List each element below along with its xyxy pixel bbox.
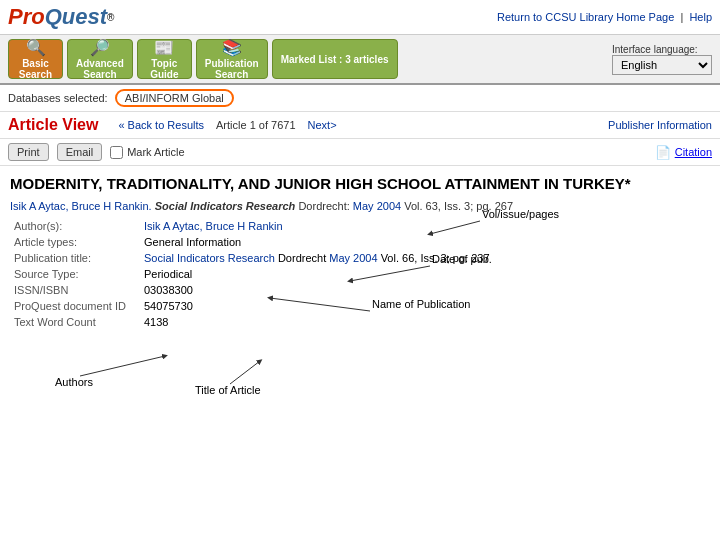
topic-guide-label: Topic Guide (150, 58, 178, 80)
publication-search-btn[interactable]: 📚 Publication Search (196, 39, 268, 79)
word-count-label: Text Word Count (10, 314, 140, 330)
journal-name: Social Indicators Research (155, 200, 296, 212)
article-count: Article 1 of 7671 (216, 119, 296, 131)
issn-value: 03038300 (140, 282, 710, 298)
article-byline: Isik A Aytac, Bruce H Rankin. Social Ind… (10, 200, 710, 212)
mark-article-checkbox[interactable] (110, 146, 123, 159)
meta-row-proquest-id: ProQuest document ID 54075730 (10, 298, 710, 314)
logo-quest: Quest (45, 4, 107, 30)
metadata-table: Author(s): Isik A Aytac, Bruce H Rankin … (10, 218, 710, 330)
header-links: Return to CCSU Library Home Page | Help (497, 11, 712, 23)
authors-value: Isik A Aytac, Bruce H Rankin (140, 218, 710, 234)
citation-icon: 📄 (655, 145, 671, 160)
svg-line-8 (230, 361, 260, 384)
page-header: ProQuest® Return to CCSU Library Home Pa… (0, 0, 720, 35)
mark-article-area: Mark Article (110, 146, 184, 159)
article-view-label: Article View (8, 116, 98, 134)
article-location: Dordrecht: (298, 200, 349, 212)
marked-list-btn[interactable]: Marked List : 3 articles (272, 39, 398, 79)
article-nav: « Back to Results (118, 119, 204, 131)
help-link[interactable]: Help (689, 11, 712, 23)
publication-search-label: Publication Search (205, 58, 259, 80)
byline-author-link[interactable]: Isik A Aytac, Bruce H Rankin. (10, 200, 152, 212)
database-tag: ABI/INFORM Global (115, 89, 234, 107)
logo-reg: ® (107, 12, 114, 23)
citation-area: 📄 Citation (655, 145, 712, 160)
svg-text:Title of Article: Title of Article (195, 384, 261, 396)
return-library-link[interactable]: Return to CCSU Library Home Page (497, 11, 674, 23)
topic-guide-btn[interactable]: 📰 Topic Guide (137, 39, 192, 79)
meta-row-article-types: Article types: General Information (10, 234, 710, 250)
advanced-search-icon: 🔎 (90, 38, 110, 57)
logo-pro: Pro (8, 4, 45, 30)
article-date-link[interactable]: May 2004 (353, 200, 401, 212)
source-type-value: Periodical (140, 266, 710, 282)
meta-row-word-count: Text Word Count 4138 (10, 314, 710, 330)
next-article-link[interactable]: Next> (308, 119, 337, 131)
marked-list-label: Marked List : 3 articles (281, 54, 389, 65)
article-types-value: General Information (140, 234, 710, 250)
database-bar: Databases selected: ABI/INFORM Global (0, 85, 720, 112)
publication-search-icon: 📚 (222, 38, 242, 57)
article-view-header: Article View « Back to Results Article 1… (0, 112, 720, 139)
advanced-search-btn[interactable]: 🔎 Advanced Search (67, 39, 133, 79)
proquest-id-label: ProQuest document ID (10, 298, 140, 314)
proquest-id-value: 54075730 (140, 298, 710, 314)
meta-row-issn: ISSN/ISBN 03038300 (10, 282, 710, 298)
authors-label: Author(s): (10, 218, 140, 234)
authors-link[interactable]: Isik A Aytac, Bruce H Rankin (144, 220, 283, 232)
databases-label: Databases selected: (8, 92, 108, 104)
article-vol-iss: Vol. 63, Iss. 3; (404, 200, 473, 212)
publisher-info-link[interactable]: Publisher Information (608, 119, 712, 131)
interface-language-label: Interface language: (612, 44, 698, 55)
language-area: Interface language: English (612, 44, 712, 75)
pub-vol: Vol. 66, Iss. 3; (381, 252, 450, 264)
word-count-value: 4138 (140, 314, 710, 330)
print-button[interactable]: Print (8, 143, 49, 161)
svg-text:Authors: Authors (55, 376, 93, 388)
svg-line-6 (80, 356, 165, 376)
email-button[interactable]: Email (57, 143, 103, 161)
navbar: 🔍 Basic Search 🔎 Advanced Search 📰 Topic… (0, 35, 720, 85)
meta-row-source-type: Source Type: Periodical (10, 266, 710, 282)
logo: ProQuest® (8, 4, 114, 30)
mark-article-label: Mark Article (127, 146, 184, 158)
pub-title-value: Social Indicators Research Dordrecht May… (140, 250, 710, 266)
article-content-wrapper: MODERNITY, TRADITIONALITY, AND JUNIOR HI… (0, 166, 720, 338)
article-pages: pg. 267 (476, 200, 513, 212)
issn-label: ISSN/ISBN (10, 282, 140, 298)
language-select[interactable]: English (612, 55, 712, 75)
topic-guide-icon: 📰 (154, 38, 174, 57)
meta-row-pub-title: Publication title: Social Indicators Res… (10, 250, 710, 266)
pub-title-label: Publication title: (10, 250, 140, 266)
basic-search-btn[interactable]: 🔍 Basic Search (8, 39, 63, 79)
pub-title-link[interactable]: Social Indicators Research (144, 252, 275, 264)
citation-link[interactable]: Citation (675, 146, 712, 158)
advanced-search-label: Advanced Search (76, 58, 124, 80)
pub-date-link[interactable]: May 2004 (329, 252, 377, 264)
meta-row-authors: Author(s): Isik A Aytac, Bruce H Rankin (10, 218, 710, 234)
article-content: MODERNITY, TRADITIONALITY, AND JUNIOR HI… (0, 166, 720, 338)
basic-search-label: Basic Search (19, 58, 52, 80)
source-type-label: Source Type: (10, 266, 140, 282)
article-types-label: Article types: (10, 234, 140, 250)
pub-pg: pg. 237 (453, 252, 490, 264)
action-bar: Print Email Mark Article 📄 Citation (0, 139, 720, 166)
pub-location: Dordrecht (278, 252, 326, 264)
publisher-info: Publisher Information (608, 119, 712, 131)
basic-search-icon: 🔍 (26, 38, 46, 57)
back-to-results-link[interactable]: « Back to Results (118, 119, 204, 131)
article-main-title: MODERNITY, TRADITIONALITY, AND JUNIOR HI… (10, 174, 710, 194)
